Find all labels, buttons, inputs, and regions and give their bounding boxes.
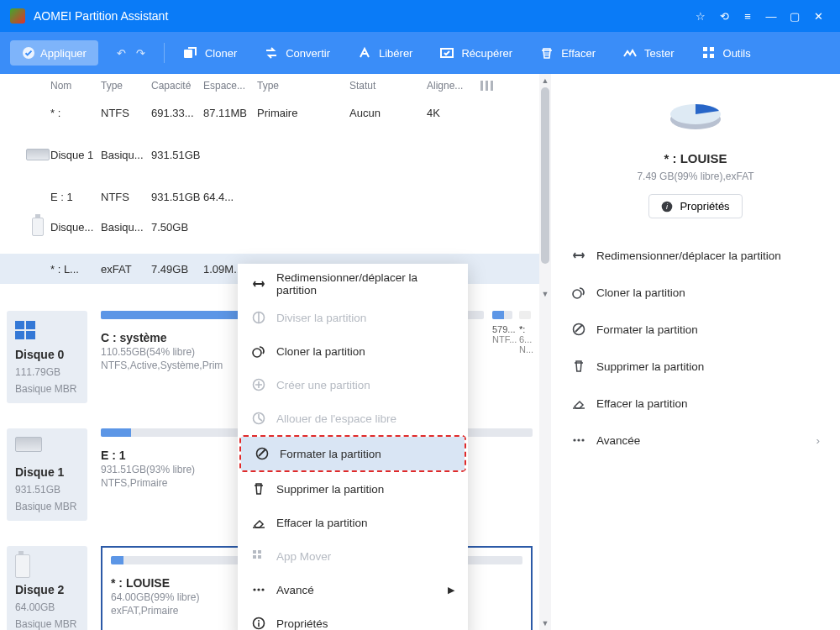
redo-icon[interactable]: ↷ (136, 47, 145, 60)
toolbar-récupérer[interactable]: Récupérer (428, 39, 524, 67)
action-clone[interactable]: Cloner la partition (566, 274, 825, 311)
disk-label: Disque 1931.51GBBasique MBR (7, 428, 87, 521)
action-delete[interactable]: Supprimer la partition (566, 348, 825, 385)
ctx-allocate: Allouer de l'espace libre (238, 402, 468, 435)
toolbar-cloner[interactable]: Cloner (171, 39, 249, 67)
windows-icon (15, 319, 37, 341)
svg-point-12 (253, 349, 261, 357)
col-esp[interactable]: Espace... (203, 80, 257, 92)
action-format[interactable]: Formater la partition (566, 311, 825, 348)
ctx-resize[interactable]: Redimensionner/déplacer la partition (238, 267, 468, 301)
svg-rect-6 (710, 54, 714, 58)
col-cap[interactable]: Capacité (151, 80, 203, 92)
scroll-down2-icon[interactable]: ▼ (541, 618, 549, 628)
more-icon (251, 582, 266, 597)
action-erase[interactable]: Effacer la partition (566, 385, 825, 422)
split-icon (251, 310, 266, 325)
column-headers: Nom Type Capacité Espace... Type Statut … (0, 74, 551, 97)
svg-rect-9 (15, 331, 24, 339)
close-icon[interactable]: ✕ (806, 4, 830, 28)
col-statut[interactable]: Statut (349, 80, 427, 92)
create-icon (251, 377, 266, 392)
disk-row[interactable]: Disque 1Basiqu...931.51GB (0, 139, 551, 170)
action-resize[interactable]: Redimensionner/déplacer la partition (566, 237, 825, 274)
col-options-icon[interactable] (480, 81, 506, 91)
scroll-down-icon[interactable]: ▼ (541, 289, 549, 299)
ctx-apps: App Mover (238, 539, 468, 573)
check-icon (22, 46, 35, 60)
svg-point-31 (573, 438, 575, 441)
clone-icon (571, 285, 586, 300)
svg-rect-10 (26, 331, 35, 339)
svg-point-33 (581, 438, 584, 441)
toolbar-convertir[interactable]: Convertir (252, 39, 342, 67)
minimize-icon[interactable]: — (759, 4, 783, 28)
delete-icon (251, 481, 266, 496)
app-logo-icon (10, 8, 25, 24)
maximize-icon[interactable]: ▢ (783, 4, 806, 28)
col-nom[interactable]: Nom (50, 80, 101, 92)
col-align[interactable]: Aligne... (427, 80, 480, 92)
svg-point-21 (257, 588, 260, 591)
scrollbar[interactable]: ▲ ▼ ▼ (539, 74, 551, 630)
svg-rect-17 (258, 550, 261, 554)
disk-label: Disque 0111.79GBBasique MBR (7, 311, 87, 403)
partition-title: * : LOUISE (566, 151, 825, 165)
ctx-delete[interactable]: Supprimer la partition (238, 472, 468, 506)
svg-point-29 (573, 290, 581, 298)
usb-icon (32, 218, 44, 236)
svg-rect-1 (184, 50, 192, 58)
partition-row[interactable]: E : 1NTFS931.51GB64.4... (0, 181, 551, 212)
resize-icon (251, 276, 266, 291)
ctx-create: Créer une partition (238, 368, 468, 402)
window-title: AOMEI Partition Assistant (34, 9, 689, 23)
more-icon (571, 433, 586, 448)
disk-row[interactable]: Disque...Basiqu...7.50GB (0, 212, 551, 242)
menu-icon[interactable]: ≡ (736, 4, 759, 28)
svg-rect-19 (258, 555, 261, 559)
refresh-icon[interactable]: ⟲ (712, 4, 736, 28)
toolbar-tester[interactable]: Tester (611, 39, 685, 67)
resize-icon (571, 248, 586, 263)
scroll-up-icon[interactable]: ▲ (541, 76, 549, 86)
svg-rect-5 (703, 54, 707, 58)
info-icon: i (661, 201, 673, 213)
ctx-info[interactable]: Propriétés (238, 606, 468, 630)
format-icon (255, 446, 270, 461)
svg-rect-4 (710, 47, 714, 51)
usb-icon (15, 554, 30, 578)
partition-row[interactable]: * :NTFS691.33...87.11MBPrimaireAucun4K (0, 97, 551, 128)
col-type[interactable]: Type (101, 80, 151, 92)
favorite-icon[interactable]: ☆ (689, 4, 712, 28)
toolbar-effacer[interactable]: Effacer (528, 39, 607, 67)
details-panel: * : LOUISE 7.49 GB(99% libre),exFAT i Pr… (551, 74, 840, 630)
delete-icon (571, 359, 586, 374)
ctx-split: Diviser la partition (238, 301, 468, 334)
action-more[interactable]: Avancée› (566, 422, 825, 459)
ctx-erase[interactable]: Effacer la partition (238, 506, 468, 539)
svg-rect-16 (253, 550, 256, 554)
hdd-icon (26, 149, 50, 160)
scroll-thumb[interactable] (541, 87, 549, 264)
properties-button[interactable]: i Propriétés (648, 194, 742, 218)
ctx-clone[interactable]: Cloner la partition (238, 334, 468, 368)
disk-label: Disque 264.00GBBasique MBR (7, 546, 87, 630)
toolbar-outils[interactable]: Outils (690, 39, 763, 67)
info-icon (251, 616, 266, 630)
erase-icon (251, 515, 266, 530)
disk-list-panel: Nom Type Capacité Espace... Type Statut … (0, 74, 551, 630)
apply-button[interactable]: Appliquer (10, 40, 98, 66)
undo-icon[interactable]: ↶ (117, 47, 126, 60)
apps-icon (251, 549, 266, 564)
ctx-more[interactable]: Avancé▶ (238, 573, 468, 606)
col-ptype[interactable]: Type (257, 80, 349, 92)
erase-icon (571, 396, 586, 411)
toolbar: Appliquer ↶ ↷ ClonerConvertirLibérerRécu… (0, 32, 840, 74)
svg-rect-8 (26, 321, 35, 329)
hdd-icon (15, 437, 42, 452)
svg-rect-18 (253, 555, 256, 559)
format-icon (571, 322, 586, 337)
svg-rect-3 (703, 47, 707, 51)
ctx-format[interactable]: Formater la partition (241, 437, 465, 470)
toolbar-libérer[interactable]: Libérer (345, 39, 424, 67)
